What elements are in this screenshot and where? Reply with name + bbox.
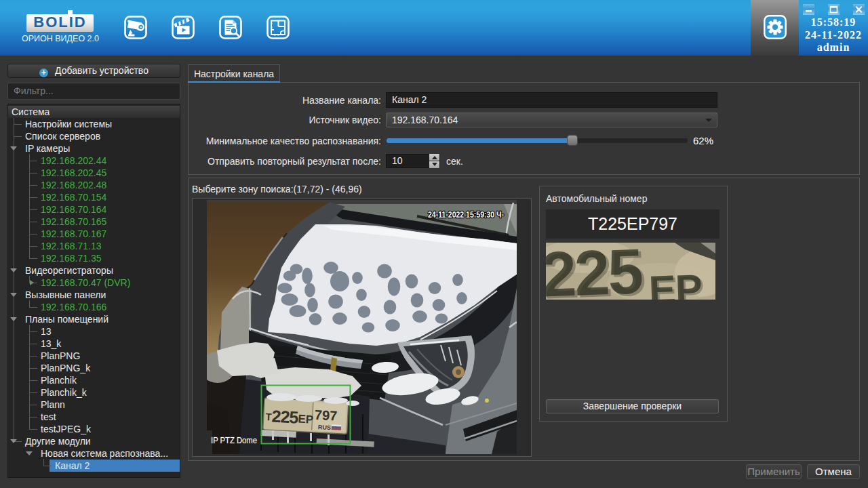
svg-text:RUS: RUS bbox=[318, 424, 332, 431]
svg-text:225: 225 bbox=[271, 407, 299, 427]
svg-text:225: 225 bbox=[546, 243, 646, 300]
svg-text:797: 797 bbox=[314, 407, 337, 424]
svg-text:ЕР: ЕР bbox=[298, 413, 314, 426]
svg-text:IP PTZ Dome: IP PTZ Dome bbox=[211, 435, 257, 445]
svg-text:ЕР: ЕР bbox=[650, 268, 705, 300]
svg-text:24-11-2022 15:59:30 Ч-: 24-11-2022 15:59:30 Ч- bbox=[428, 209, 504, 220]
